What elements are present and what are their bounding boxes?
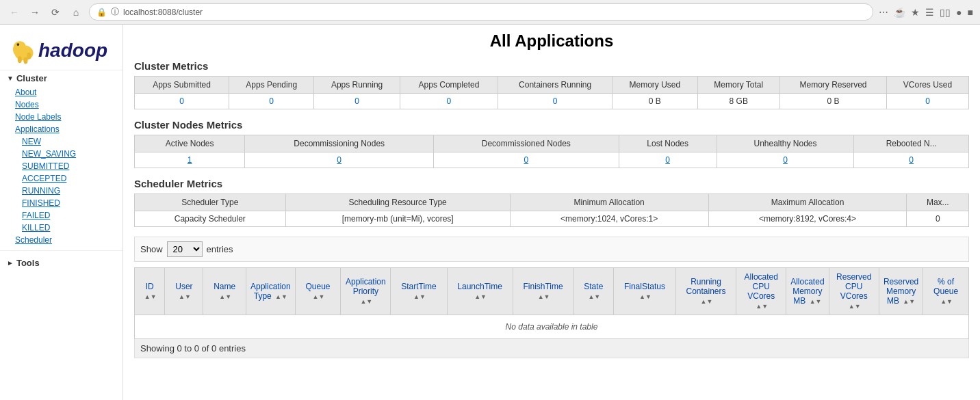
col-lost-nodes: Lost Nodes: [619, 135, 717, 152]
sidebar-item-submitted[interactable]: SUBMITTED: [0, 160, 122, 172]
tools-section-toggle[interactable]: ► Tools: [0, 255, 122, 271]
sort-memory-icon: ▲▼: [810, 298, 822, 305]
col-apps-pending: Apps Pending: [229, 77, 313, 94]
address-bar[interactable]: 🔒 ⓘ localhost:8088/cluster: [89, 3, 873, 21]
val-apps-completed: 0: [400, 94, 498, 109]
col-apps-submitted: Apps Submitted: [135, 77, 229, 94]
col-application-type[interactable]: ApplicationType ▲▼: [246, 268, 295, 315]
sidebar-item-scheduler[interactable]: Scheduler: [0, 234, 122, 246]
sidebar-item-applications[interactable]: Applications: [0, 123, 122, 135]
reader-view-icon[interactable]: ▯▯: [940, 7, 951, 18]
col-minimum-allocation: Minimum Allocation: [510, 194, 708, 211]
sort-cpu-icon: ▲▼: [756, 303, 768, 310]
col-id[interactable]: ID ▲▼: [135, 268, 165, 315]
page-wrapper: hadoop ▼ Cluster About Nodes Node Labels…: [0, 25, 980, 400]
col-scheduling-resource-type: Scheduling Resource Type: [285, 194, 510, 211]
sort-reserved-cpu-icon: ▲▼: [849, 303, 861, 310]
user-icon[interactable]: ●: [956, 7, 962, 18]
entries-label: entries: [207, 244, 233, 254]
bookmark-icon[interactable]: ★: [911, 7, 920, 18]
col-application-priority[interactable]: ApplicationPriority ▲▼: [341, 268, 391, 315]
sort-user-icon: ▲▼: [179, 293, 191, 300]
val-lost-nodes[interactable]: 0: [619, 152, 717, 168]
val-apps-pending: 0: [229, 94, 313, 109]
sidebar-item-accepted[interactable]: ACCEPTED: [0, 172, 122, 185]
col-name[interactable]: Name ▲▼: [203, 268, 246, 315]
col-reserved-cpu[interactable]: ReservedCPUVCores ▲▼: [829, 268, 879, 315]
val-memory-used: 0 B: [612, 94, 697, 109]
sidebar-item-running[interactable]: RUNNING: [0, 185, 122, 197]
sort-finishtime-icon: ▲▼: [538, 293, 550, 300]
browser-chrome: ← → ⟳ ⌂ 🔒 ⓘ localhost:8088/cluster ⋯ ☕ ★…: [0, 0, 980, 25]
sidebar-item-finished[interactable]: FINISHED: [0, 197, 122, 209]
col-reserved-memory[interactable]: ReservedMemoryMB ▲▼: [879, 268, 923, 315]
pocket-icon[interactable]: ☕: [894, 7, 905, 18]
col-launchtime[interactable]: LaunchTime ▲▼: [447, 268, 513, 315]
col-apps-completed: Apps Completed: [400, 77, 498, 94]
sidebar-tools-section: ► Tools: [0, 255, 122, 271]
col-scheduler-type: Scheduler Type: [135, 194, 286, 211]
home-button[interactable]: ⌂: [68, 5, 83, 20]
col-memory-total: Memory Total: [697, 77, 779, 94]
cluster-nodes-metrics-title: Cluster Nodes Metrics: [134, 119, 969, 131]
col-memory-reserved: Memory Reserved: [779, 77, 886, 94]
svg-point-2: [13, 44, 18, 55]
table-footer: Showing 0 to 0 of 0 entries: [134, 339, 969, 358]
sidebar-item-new-saving[interactable]: NEW_SAVING: [0, 148, 122, 160]
cluster-section-toggle[interactable]: ▼ Cluster: [0, 70, 122, 86]
forward-button[interactable]: →: [27, 5, 42, 20]
cluster-label: Cluster: [16, 73, 47, 83]
elephant-icon: [7, 37, 41, 64]
sidebar-item-about[interactable]: About: [0, 86, 122, 98]
sort-name-icon: ▲▼: [219, 293, 231, 300]
cluster-metrics-row: 0 0 0 0 0 0 B 8 GB 0 B 0: [135, 94, 969, 109]
val-vcores-used: 0: [887, 94, 969, 109]
back-button[interactable]: ←: [7, 5, 22, 20]
col-queue[interactable]: Queue ▲▼: [295, 268, 341, 315]
scheduler-metrics-row: Capacity Scheduler [memory-mb (unit=Mi),…: [135, 211, 969, 227]
col-user[interactable]: User ▲▼: [165, 268, 203, 315]
col-active-nodes: Active Nodes: [135, 135, 245, 152]
sidebar-cluster-section: ▼ Cluster About Nodes Node Labels Applic…: [0, 70, 122, 246]
col-max: Max...: [907, 194, 969, 211]
col-allocated-cpu[interactable]: AllocatedCPUVCores ▲▼: [736, 268, 786, 315]
col-running-containers[interactable]: RunningContainers ▲▼: [675, 268, 736, 315]
col-containers-running: Containers Running: [498, 77, 612, 94]
svg-point-6: [23, 57, 27, 64]
entries-select[interactable]: 10 20 25 50 100: [167, 241, 203, 257]
col-maximum-allocation: Maximum Allocation: [708, 194, 907, 211]
col-vcores-used: VCores Used: [887, 77, 969, 94]
sidebar-item-node-labels[interactable]: Node Labels: [0, 111, 122, 123]
sidebar-item-new[interactable]: NEW: [0, 135, 122, 148]
sidebar-item-nodes[interactable]: Nodes: [0, 98, 122, 111]
val-rebooted-nodes[interactable]: 0: [854, 152, 969, 168]
val-scheduler-type: Capacity Scheduler: [135, 211, 286, 227]
col-finalstatus[interactable]: FinalStatus ▲▼: [614, 268, 676, 315]
sidebar-item-failed[interactable]: FAILED: [0, 209, 122, 222]
extensions-icon[interactable]: ■: [968, 7, 973, 18]
col-allocated-memory[interactable]: AllocatedMemoryMB ▲▼: [786, 268, 829, 315]
url-text: localhost:8088/cluster: [123, 8, 203, 17]
col-starttime[interactable]: StartTime ▲▼: [391, 268, 447, 315]
col-state[interactable]: State ▲▼: [573, 268, 614, 315]
val-unhealthy-nodes[interactable]: 0: [717, 152, 854, 168]
tools-arrow-icon: ►: [7, 259, 14, 267]
val-active-nodes[interactable]: 1: [135, 152, 245, 168]
col-decommissioning-nodes: Decommissioning Nodes: [245, 135, 434, 152]
reload-button[interactable]: ⟳: [48, 5, 63, 20]
sidebar-item-killed[interactable]: KILLED: [0, 222, 122, 234]
col-decommissioned-nodes: Decommissioned Nodes: [433, 135, 619, 152]
cluster-metrics-title: Cluster Metrics: [134, 60, 969, 72]
cluster-nodes-metrics-table: Active Nodes Decommissioning Nodes Decom…: [134, 135, 969, 168]
bookmarks-icon[interactable]: ☰: [925, 7, 934, 18]
page-title: All Applications: [134, 31, 969, 51]
sort-pct-queue-icon: ▲▼: [940, 298, 953, 305]
sort-reserved-memory-icon: ▲▼: [903, 298, 915, 305]
col-finishtime[interactable]: FinishTime ▲▼: [513, 268, 573, 315]
more-icon[interactable]: ⋯: [879, 7, 888, 18]
val-decommissioning-nodes[interactable]: 0: [245, 152, 434, 168]
col-pct-queue[interactable]: % ofQueue ▲▼: [923, 268, 969, 315]
lock-icon: 🔒: [96, 8, 107, 17]
val-apps-running: 0: [314, 94, 400, 109]
val-decommissioned-nodes[interactable]: 0: [433, 152, 619, 168]
